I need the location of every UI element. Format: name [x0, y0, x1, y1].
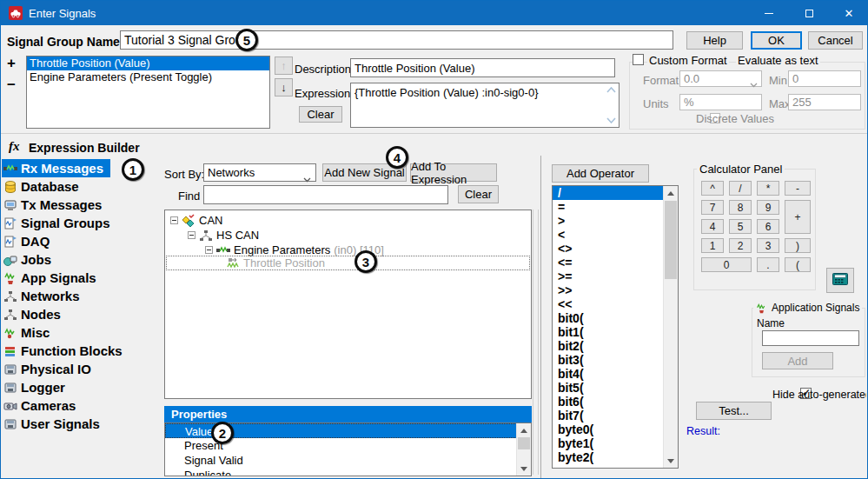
calc-key-open-paren[interactable]: ( — [785, 257, 811, 272]
calc-key-3[interactable]: 3 — [757, 238, 779, 253]
sidebar-item-logger[interactable]: Logger — [2, 378, 72, 396]
tree-node-throttle-position[interactable]: Throttle Position — [166, 256, 530, 270]
scroll-down-icon[interactable] — [606, 116, 616, 125]
scroll-up-arrow[interactable] — [517, 423, 531, 437]
property-item[interactable]: Duplicate — [165, 468, 531, 476]
cancel-button[interactable]: Cancel — [808, 31, 863, 50]
operator-item[interactable]: <= — [553, 256, 663, 269]
find-input[interactable] — [203, 185, 448, 204]
calc-key-power[interactable]: ^ — [701, 181, 724, 196]
calc-key-0[interactable]: 0 — [701, 257, 752, 272]
operator-item[interactable]: = — [553, 200, 663, 214]
operator-item[interactable]: < — [553, 228, 663, 242]
sidebar-item-signal-groups[interactable]: Signal Groups — [2, 214, 117, 232]
find-clear-button[interactable]: Clear — [458, 185, 499, 203]
tree-node-can[interactable]: CAN — [170, 213, 222, 228]
calc-key-5[interactable]: 5 — [729, 219, 752, 234]
calc-key-4[interactable]: 4 — [701, 219, 724, 234]
tree-scrollbar[interactable] — [533, 210, 539, 475]
operator-scrollbar[interactable] — [663, 186, 678, 468]
add-operator-button[interactable]: Add Operator — [552, 164, 649, 183]
ok-button[interactable]: OK — [751, 31, 802, 50]
calc-key-minus[interactable]: - — [785, 181, 811, 196]
sidebar-item-daq[interactable]: DAQ — [2, 232, 56, 250]
operator-item[interactable]: >> — [553, 283, 663, 297]
operator-item[interactable]: bit0( — [553, 311, 663, 325]
max-input[interactable] — [788, 94, 861, 110]
sort-by-dropdown[interactable]: Networks — [203, 163, 316, 182]
clear-expression-button[interactable]: Clear — [299, 106, 342, 123]
operator-item[interactable]: > — [553, 214, 663, 228]
custom-format-checkbox[interactable] — [633, 54, 644, 65]
sidebar-item-tx-messages[interactable]: Tx Messages — [2, 196, 109, 214]
expression-box[interactable]: {Throttle Position (Value) :in0-sig0-0} — [350, 83, 620, 128]
signal-group-name-input[interactable] — [120, 30, 673, 50]
operator-item[interactable]: byte2( — [553, 450, 663, 464]
sidebar-item-nodes[interactable]: Nodes — [2, 305, 68, 323]
sidebar-item-jobs[interactable]: Jobs — [2, 250, 58, 269]
calc-key-6[interactable]: 6 — [757, 219, 779, 234]
sidebar-item-physical-io[interactable]: Physical IO — [2, 360, 98, 378]
test-button[interactable]: Test... — [696, 402, 772, 420]
calc-key-8[interactable]: 8 — [729, 200, 752, 215]
operator-item[interactable]: <> — [553, 242, 663, 256]
properties-scrollbar[interactable] — [516, 423, 531, 476]
close-button[interactable]: ✕ — [829, 1, 868, 25]
collapse-icon[interactable] — [205, 246, 213, 254]
move-down-button[interactable]: ↓ — [275, 78, 293, 96]
property-item-signal-valid[interactable]: Signal Valid — [165, 453, 531, 468]
operator-item[interactable]: bit6( — [553, 395, 663, 409]
signal-group-list[interactable]: Throttle Position (Value) Engine Paramet… — [26, 56, 270, 129]
format-dropdown[interactable]: 0.0 — [679, 70, 762, 87]
description-input[interactable] — [350, 58, 615, 77]
scrollbar-thumb[interactable] — [518, 437, 530, 449]
calc-key-divide[interactable]: / — [729, 181, 752, 196]
collapse-icon[interactable] — [170, 216, 178, 224]
calc-key-plus[interactable]: + — [785, 200, 811, 234]
units-input[interactable] — [679, 94, 762, 110]
sidebar-item-networks[interactable]: Networks — [2, 287, 87, 305]
list-item[interactable]: Engine Parameters (Present Toggle) — [27, 70, 269, 84]
calc-key-9[interactable]: 9 — [757, 200, 779, 215]
add-app-signal-button[interactable]: Add — [762, 352, 833, 369]
scroll-up-arrow[interactable] — [664, 186, 678, 200]
scrollbar-thumb[interactable] — [665, 201, 677, 279]
add-signal-button[interactable]: + — [7, 56, 16, 70]
calc-key-7[interactable]: 7 — [701, 200, 724, 215]
calculator-toggle-button[interactable] — [826, 268, 854, 293]
operator-item[interactable]: byte1( — [553, 436, 663, 450]
sidebar-item-user-signals[interactable]: User Signals — [2, 415, 107, 433]
remove-signal-button[interactable]: − — [7, 77, 16, 92]
calc-key-2[interactable]: 2 — [729, 238, 752, 253]
operator-item[interactable]: bit5( — [553, 381, 663, 395]
move-up-button[interactable]: ↑ — [275, 57, 293, 75]
list-item[interactable]: Throttle Position (Value) — [27, 57, 269, 70]
titlebar[interactable]: Enter Signals ✕ — [1, 1, 867, 25]
calc-key-multiply[interactable]: * — [757, 181, 779, 196]
sidebar-item-database[interactable]: Database — [2, 177, 86, 196]
collapse-icon[interactable] — [188, 231, 195, 239]
app-signal-name-input[interactable] — [762, 330, 859, 346]
operator-item[interactable]: bit4( — [553, 367, 663, 381]
operator-item[interactable]: bit3( — [553, 353, 663, 367]
operator-item[interactable]: bit7( — [553, 409, 663, 422]
sidebar-item-cameras[interactable]: Cameras — [2, 396, 83, 415]
scroll-down-arrow[interactable] — [517, 462, 531, 476]
add-to-expression-button[interactable]: Add To Expression — [410, 163, 497, 182]
calc-key-close-paren[interactable]: ) — [785, 238, 811, 253]
tree-node-hs-can[interactable]: HS CAN — [188, 228, 259, 243]
minimize-button[interactable] — [749, 1, 789, 25]
sidebar-item-function-blocks[interactable]: Function Blocks — [2, 342, 129, 360]
scroll-down-arrow[interactable] — [664, 454, 678, 468]
calc-key-decimal[interactable]: . — [757, 257, 779, 272]
sidebar-item-misc[interactable]: Misc — [2, 323, 56, 342]
sidebar-item-rx-messages[interactable]: Rx Messages — [2, 159, 110, 177]
operator-item[interactable]: bit1( — [553, 325, 663, 339]
maximize-button[interactable] — [789, 1, 829, 25]
operator-item[interactable]: byte0( — [553, 422, 663, 436]
sidebar-item-app-signals[interactable]: App Signals — [2, 269, 103, 287]
operator-item[interactable]: / — [553, 186, 663, 200]
operator-list[interactable]: / = > < <> <= >= >> << bit0( bit1( bit2(… — [552, 185, 679, 469]
operator-item[interactable]: bit2( — [553, 339, 663, 353]
scroll-up-icon[interactable] — [606, 85, 616, 95]
